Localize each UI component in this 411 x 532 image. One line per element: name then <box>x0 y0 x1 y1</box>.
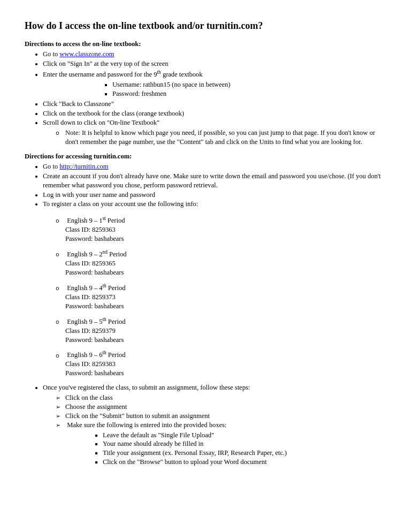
submit-step: Choose the assignment <box>65 402 386 412</box>
period-sup: th <box>102 350 106 355</box>
s1-username: Username: rathbun15 (no space in between… <box>112 80 386 89</box>
s1-creds-sublist: Username: rathbun15 (no space in between… <box>43 80 386 98</box>
period-id: Class ID: 8259373 <box>65 293 116 301</box>
s1-creds-post: grade textbook <box>161 71 203 78</box>
box-step: Your name should already be filled in <box>103 439 386 449</box>
s1-password: Password: freshmen <box>112 89 386 98</box>
period-item: English 9 – 5th Period Class ID: 8259379… <box>65 316 386 345</box>
s2-goto: Go to http://turnitin.com <box>43 162 386 171</box>
s1-back: Click "Back to Classzone" <box>43 100 386 109</box>
submit-step: Click on the "Submit" button to submit a… <box>65 412 386 421</box>
submit-step: Make sure the following is entered into … <box>65 421 386 467</box>
period-name-post: Period <box>106 318 126 325</box>
period-name-pre: English 9 – 2 <box>67 250 102 258</box>
period-sup: th <box>102 317 106 322</box>
submit-step-text: Make sure the following is entered into … <box>67 421 226 429</box>
box-steps-list: Leave the default as "Single File Upload… <box>65 431 386 467</box>
period-pw: Password: bashabears <box>65 302 124 310</box>
period-id: Class ID: 8259365 <box>65 260 116 267</box>
section2-heading: Directions for accessing turnitin.com: <box>25 152 386 161</box>
period-sup: nd <box>102 249 107 255</box>
period-name-post: Period <box>106 217 125 224</box>
page-title: How do I access the on-line textbook and… <box>25 19 386 32</box>
period-pw: Password: bashabears <box>65 235 124 242</box>
s2-login: Log in with your user name and password <box>43 191 386 200</box>
box-step: Leave the default as "Single File Upload… <box>103 431 386 440</box>
s2-submit-intro: Once you've registered the class, to sub… <box>43 384 250 391</box>
period-id: Class ID: 8259379 <box>65 327 116 335</box>
turnitin-link[interactable]: http://turnitin.com <box>59 163 108 170</box>
s1-scroll-text: Scroll down to click on "On-line Textboo… <box>43 119 159 126</box>
period-name-pre: English 9 – 5 <box>67 318 102 325</box>
s1-goto: Go to www.classzone.com <box>43 50 386 59</box>
period-id: Class ID: 8259363 <box>65 226 116 233</box>
classzone-link[interactable]: www.classzone.com <box>59 50 114 58</box>
box-step: Click on the "Browse" button to upload y… <box>103 458 386 467</box>
section2-list: Go to http://turnitin.com Create an acco… <box>25 162 386 467</box>
s2-submit: Once you've registered the class, to sub… <box>43 383 386 467</box>
period-name-post: Period <box>108 250 127 258</box>
s1-creds-sup: th <box>157 70 161 75</box>
section1-list: Go to www.classzone.com Click on "Sign I… <box>25 50 386 147</box>
s2-goto-prefix: Go to <box>43 163 59 170</box>
submit-steps-list: Click on the class Choose the assignment… <box>43 393 386 467</box>
period-name-pre: English 9 – 4 <box>67 284 102 292</box>
period-sup: th <box>102 283 106 288</box>
period-name-pre: English 9 – 6 <box>67 352 102 359</box>
s1-note-list: Note: It is helpful to know which page y… <box>43 128 386 147</box>
s1-orange: Click on the textbook for the class (ora… <box>43 109 386 118</box>
box-step: Title your assignment (ex. Personal Essa… <box>103 449 386 458</box>
period-item: English 9 – 2nd Period Class ID: 8259365… <box>65 249 386 277</box>
period-name-post: Period <box>106 284 126 292</box>
periods-list: English 9 – 1st Period Class ID: 8259363… <box>43 215 386 378</box>
s1-scroll: Scroll down to click on "On-line Textboo… <box>43 118 386 147</box>
s2-register: To register a class on your account use … <box>43 200 386 378</box>
s1-creds: Enter the username and password for the … <box>43 69 386 98</box>
period-pw: Password: bashabears <box>65 336 124 344</box>
submit-step: Click on the class <box>65 393 386 402</box>
period-name-post: Period <box>106 352 126 359</box>
document-page: How do I access the on-line textbook and… <box>0 0 411 532</box>
period-item: English 9 – 6th Period Class ID: 8259383… <box>65 349 386 378</box>
period-pw: Password: bashabears <box>65 269 124 276</box>
period-pw: Password: bashabears <box>65 369 124 377</box>
period-item: English 9 – 4th Period Class ID: 8259373… <box>65 283 386 311</box>
s1-signin: Click on "Sign In" at the very top of th… <box>43 59 386 69</box>
period-name-pre: English 9 – 1 <box>67 217 102 224</box>
period-item: English 9 – 1st Period Class ID: 8259363… <box>65 215 386 244</box>
s2-create: Create an account if you don't already h… <box>43 172 386 190</box>
s2-register-text: To register a class on your account use … <box>43 200 198 208</box>
s1-creds-pre: Enter the username and password for the … <box>43 71 157 78</box>
section1-heading: Directions to access the on-line textboo… <box>25 40 386 49</box>
period-id: Class ID: 8259383 <box>65 360 116 368</box>
s1-goto-prefix: Go to <box>43 50 59 58</box>
s1-note: Note: It is helpful to know which page y… <box>65 128 386 147</box>
